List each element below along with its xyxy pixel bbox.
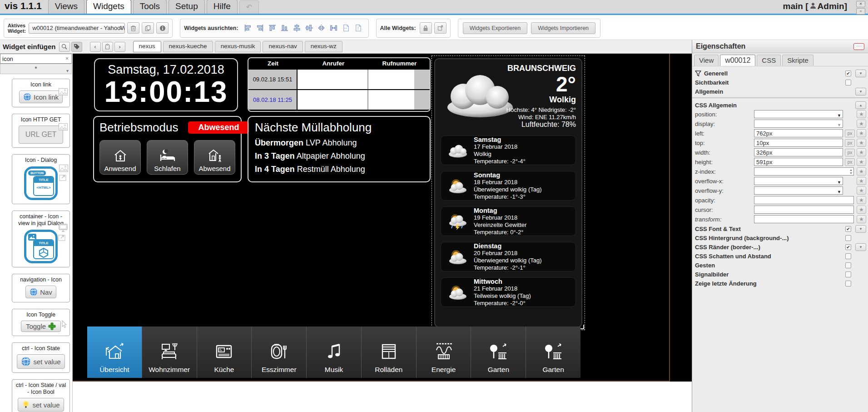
gesten-checkbox[interactable] bbox=[845, 262, 851, 268]
undo-icon[interactable]: ↶ bbox=[239, 0, 259, 14]
overflow-y-select[interactable]: ▼ bbox=[754, 186, 843, 195]
mirror-horizontal-icon[interactable] bbox=[316, 23, 327, 34]
favorite-star-button[interactable]: ★ bbox=[857, 177, 866, 185]
filter-tag-button[interactable] bbox=[71, 42, 82, 52]
css-allgemein-collapse-button[interactable]: ▴ bbox=[855, 101, 866, 109]
operating-mode-widget[interactable]: Betriebsmodus Abwesend Anwesend Schlafen… bbox=[93, 116, 242, 182]
section-zeige-letzte-aenderung[interactable]: Zeige letzte Änderung bbox=[692, 279, 868, 288]
clipboard-button[interactable] bbox=[102, 42, 113, 52]
view-tab-nexus[interactable]: nexus bbox=[133, 41, 161, 52]
favorite-star-button[interactable]: ★ bbox=[857, 139, 866, 147]
generell-expand-button[interactable]: ▾ bbox=[855, 70, 866, 77]
position-select[interactable]: ▼ bbox=[754, 110, 843, 118]
nav-item-esszimmer[interactable]: Esszimmer bbox=[252, 327, 307, 378]
px-unit-button[interactable]: px bbox=[845, 130, 855, 137]
nav-item-uebersicht[interactable]: Übersicht bbox=[87, 327, 142, 378]
palette-card-ctrl-icon-state[interactable]: ctrl - Icon State set value bbox=[12, 342, 70, 373]
favorite-star-button[interactable]: ★ bbox=[857, 196, 866, 204]
width-input[interactable] bbox=[754, 148, 843, 156]
nav-item-kueche[interactable]: Küche bbox=[197, 327, 252, 378]
active-widget-select[interactable]: w00012 (timeandweather - YahooWeather ⇕ bbox=[29, 23, 125, 34]
view-tab-nexus-nav[interactable]: nexus-nav bbox=[263, 41, 303, 52]
z-index-spinner[interactable]: ▲▼ bbox=[754, 167, 854, 176]
mode-button-abwesend[interactable]: Abwesend bbox=[194, 140, 235, 175]
transform-input[interactable] bbox=[754, 215, 854, 223]
delete-widget-button[interactable] bbox=[127, 22, 139, 34]
weather-widget[interactable]: BRAUNSCHWEIG 2° Wolkig Höchste: 4° Niedr… bbox=[434, 58, 582, 327]
props-tab-w00012[interactable]: w00012 bbox=[720, 55, 755, 66]
favorite-star-button[interactable]: ★ bbox=[857, 148, 866, 156]
align-bottom-icon[interactable] bbox=[279, 23, 290, 34]
section-generell[interactable]: Generell ✔ ▾ bbox=[692, 69, 868, 78]
height-input[interactable] bbox=[754, 158, 843, 166]
left-input[interactable] bbox=[754, 129, 843, 137]
opacity-input[interactable] bbox=[754, 196, 854, 204]
section-allgemein[interactable]: Allgemein ▾ bbox=[692, 87, 868, 96]
menu-tab-widgets[interactable]: Widgets bbox=[86, 0, 131, 14]
align-top-icon[interactable] bbox=[267, 23, 278, 34]
section-css-hintergrund[interactable]: CSS Hintergrund (background-...) bbox=[692, 233, 868, 242]
cursor-input[interactable] bbox=[754, 206, 854, 214]
css-border-checkbox[interactable]: ✔ bbox=[845, 244, 851, 250]
widget-filter-input[interactable] bbox=[0, 54, 72, 64]
align-center-horizontal-icon[interactable] bbox=[303, 23, 315, 34]
nav-item-rollaeden[interactable]: Rolläden bbox=[362, 327, 417, 378]
widget-info-button[interactable] bbox=[156, 22, 169, 34]
favorite-star-button[interactable]: ★ bbox=[857, 120, 866, 128]
css-background-checkbox[interactable] bbox=[845, 235, 851, 241]
same-height-icon[interactable] bbox=[352, 23, 364, 34]
overflow-x-select[interactable]: ▼ bbox=[754, 177, 843, 185]
favorite-star-button[interactable]: ★ bbox=[857, 110, 866, 118]
display-select[interactable]: ▼ bbox=[754, 120, 843, 128]
next-view-button[interactable]: › bbox=[114, 42, 125, 52]
clock-widget[interactable]: Samstag, 17.02.2018 13:00:13 bbox=[94, 58, 238, 111]
palette-card-ctrl-icon-bool[interactable]: ctrl - Icon State / val - Icon Bool set … bbox=[12, 379, 70, 412]
nav-item-garten-1[interactable]: Garten bbox=[471, 327, 526, 378]
copy-widget-button[interactable] bbox=[142, 22, 154, 34]
section-gesten[interactable]: Gesten bbox=[692, 261, 868, 270]
widgets-import-button[interactable]: Widgets Importieren bbox=[531, 22, 595, 34]
sichtbarkeit-checkbox[interactable] bbox=[845, 80, 851, 85]
clear-filter-icon[interactable]: × bbox=[65, 55, 69, 62]
distribute-horizontal-icon[interactable] bbox=[328, 23, 339, 34]
favorite-star-button[interactable]: ★ bbox=[857, 158, 866, 166]
css-shadow-checkbox[interactable] bbox=[845, 253, 851, 259]
view-tab-nexus-kueche[interactable]: nexus-kueche bbox=[163, 41, 213, 52]
window-restore-button[interactable]: ▫ bbox=[856, 8, 865, 15]
align-center-vertical-icon[interactable] bbox=[291, 23, 303, 34]
align-right-icon[interactable] bbox=[254, 23, 266, 34]
prev-view-button[interactable]: ‹ bbox=[90, 42, 101, 52]
section-css-allgemein[interactable]: CSS Allgemein ▴ bbox=[692, 100, 868, 110]
menu-tab-setup[interactable]: Setup bbox=[169, 0, 205, 14]
section-css-font-text[interactable]: CSS Font & Text ✔ ▾ bbox=[692, 224, 868, 233]
nav-item-wohnzimmer[interactable]: Wohnzimmer bbox=[142, 327, 197, 378]
search-widget-button[interactable] bbox=[59, 42, 70, 52]
menu-tab-views[interactable]: Views bbox=[48, 0, 84, 14]
nav-item-energie[interactable]: Energie bbox=[417, 327, 471, 378]
mode-button-schlafen[interactable]: Schlafen bbox=[147, 140, 188, 175]
align-left-icon[interactable] bbox=[242, 23, 253, 34]
view-tab-nexus-musik[interactable]: nexus-musik bbox=[215, 41, 261, 52]
section-sichtbarkeit[interactable]: Sichtbarkeit bbox=[692, 78, 868, 87]
palette-card-navigation-icon[interactable]: navigation - Icon Nav bbox=[12, 274, 70, 302]
panel-dots-button[interactable]: ···· bbox=[853, 43, 864, 50]
garbage-collection-widget[interactable]: Nächste Müllabholung Übermorgen LVP Abho… bbox=[248, 116, 431, 182]
signalbilder-checkbox[interactable] bbox=[845, 271, 851, 277]
palette-card-icon-dialog[interactable]: Icon - Dialog BUTTON TITLE <HTML> bbox=[12, 154, 70, 204]
px-unit-button[interactable]: px bbox=[845, 158, 855, 166]
px-unit-button[interactable]: px bbox=[845, 149, 855, 156]
css-font-expand-button[interactable]: ▾ bbox=[855, 225, 866, 233]
same-width-icon[interactable] bbox=[340, 23, 352, 34]
menu-tab-tools[interactable]: Tools bbox=[133, 0, 167, 14]
palette-card-icon-link[interactable]: Icon link Icon link bbox=[12, 79, 70, 107]
props-tab-css[interactable]: CSS bbox=[757, 55, 781, 66]
allgemein-expand-button[interactable]: ▾ bbox=[855, 88, 866, 95]
palette-card-container-icon-view[interactable]: container - Icon - view in jqui Dialog T… bbox=[12, 211, 70, 267]
selected-widget-outline[interactable]: BRAUNSCHWEIG 2° Wolkig Höchste: 4° Niedr… bbox=[432, 55, 585, 330]
view-tab-nexus-wz[interactable]: nexus-wz bbox=[305, 41, 342, 52]
props-tab-skripte[interactable]: Skripte bbox=[782, 55, 813, 66]
menu-tab-hilfe[interactable]: Hilfe bbox=[207, 0, 238, 14]
generell-checkbox[interactable]: ✔ bbox=[845, 70, 851, 76]
palette-card-icon-http-get[interactable]: Icon HTTP GET URL GET bbox=[12, 114, 70, 148]
window-close-button[interactable]: × bbox=[856, 1, 865, 7]
